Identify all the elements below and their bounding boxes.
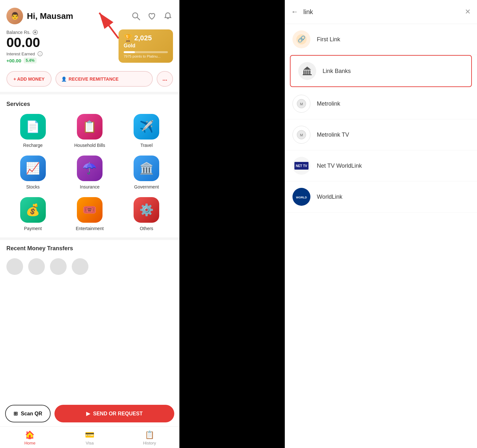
add-money-button[interactable]: + ADD MONEY <box>6 71 52 87</box>
link-item-net-tv-worldlink[interactable]: NET TV Net TV WorldLink <box>285 150 477 181</box>
service-payment[interactable]: 💰Payment <box>6 197 59 231</box>
more-button[interactable]: ... <box>157 71 173 87</box>
government-label: Government <box>134 184 159 189</box>
svg-line-3 <box>137 17 140 20</box>
bottom-actions: ⊞ Scan QR ▶ SEND OR REQUEST <box>0 401 179 426</box>
service-insurance[interactable]: ☂️Insurance <box>63 156 116 189</box>
metrolink-tv-icon: M <box>292 126 310 144</box>
insurance-label: Insurance <box>80 184 99 189</box>
worldlink-icon: WORLD <box>292 188 310 206</box>
metrolink-tv-name: Metrolink TV <box>317 132 349 138</box>
left-panel: 👨 Hi, Mausam <box>0 0 179 448</box>
svg-text:M: M <box>300 102 303 106</box>
close-button[interactable]: ✕ <box>465 8 471 16</box>
section-divider <box>0 92 179 94</box>
send-icon: ▶ <box>86 411 90 417</box>
action-buttons: + ADD MONEY 👤 RECEIVE REMITTANCE ... <box>0 68 179 92</box>
recent-avatars <box>6 258 173 275</box>
svg-text:i: i <box>40 52 40 56</box>
svg-text:NET TV: NET TV <box>296 164 307 168</box>
right-panel: ← link ✕ 🔗 First Link Link Banks M Metro… <box>285 0 477 448</box>
nav-visa-icon: 💳 <box>85 430 95 439</box>
services-grid: 📄Recharge📋Household Bills✈️Travel📈Stocks… <box>6 114 173 237</box>
interest-info-icon[interactable]: i <box>37 51 43 56</box>
notifications-icon[interactable] <box>163 11 173 21</box>
nav-item-visa[interactable]: 💳Visa <box>60 430 120 445</box>
stocks-icon: 📈 <box>20 156 46 181</box>
svg-rect-16 <box>303 74 312 75</box>
service-others[interactable]: ⚙️Others <box>120 197 173 231</box>
worldlink-name: WorldLink <box>317 194 342 200</box>
entertainment-icon: 🎟️ <box>77 197 103 223</box>
balance-eye-icon[interactable] <box>32 29 38 35</box>
svg-text:M: M <box>300 133 303 137</box>
back-button[interactable]: ← <box>291 8 298 16</box>
link-list: 🔗 First Link Link Banks M Metrolink M Me… <box>285 24 477 448</box>
link-banks-icon <box>298 62 316 80</box>
svg-point-6 <box>34 31 36 33</box>
search-icon[interactable] <box>131 11 141 21</box>
first-link-name: First Link <box>317 36 340 43</box>
nav-item-history[interactable]: 📋History <box>119 430 179 445</box>
travel-label: Travel <box>140 143 152 148</box>
receive-icon: 👤 <box>61 76 67 82</box>
service-travel[interactable]: ✈️Travel <box>120 114 173 148</box>
service-government[interactable]: 🏛️Government <box>120 156 173 189</box>
nav-item-home[interactable]: 🏠Home <box>0 430 60 445</box>
travel-icon: ✈️ <box>134 114 159 140</box>
net-tv-worldlink-icon: NET TV <box>292 157 310 175</box>
svg-marker-15 <box>303 67 311 70</box>
header-icons <box>131 11 173 21</box>
interest-label: Interest Earned <box>6 52 35 56</box>
send-or-request-button[interactable]: ▶ SEND OR REQUEST <box>54 405 174 422</box>
recent-contact-2[interactable] <box>28 258 45 275</box>
first-link-icon: 🔗 <box>292 30 310 48</box>
interest-rate-badge: 5.4% <box>24 58 36 63</box>
nav-history-icon: 📋 <box>145 430 154 439</box>
link-item-metrolink[interactable]: M Metrolink <box>285 88 477 119</box>
service-recharge[interactable]: 📄Recharge <box>6 114 59 148</box>
svg-rect-14 <box>309 70 310 74</box>
recent-transfers-section: Recent Money Transfers <box>0 240 179 277</box>
household-bills-icon: 📋 <box>77 114 103 140</box>
svg-rect-11 <box>303 70 305 74</box>
service-stocks[interactable]: 📈Stocks <box>6 156 59 189</box>
svg-rect-13 <box>307 70 308 74</box>
net-tv-worldlink-name: Net TV WorldLink <box>317 163 362 169</box>
recent-title: Recent Money Transfers <box>6 245 173 252</box>
qr-icon: ⊞ <box>13 411 18 417</box>
link-item-first-link[interactable]: 🔗 First Link <box>285 24 477 55</box>
services-title: Services <box>6 101 173 108</box>
receive-remittance-button[interactable]: 👤 RECEIVE REMITTANCE <box>55 71 153 87</box>
scan-qr-button[interactable]: ⊞ Scan QR <box>5 405 51 422</box>
service-household-bills[interactable]: 📋Household Bills <box>63 114 116 148</box>
household-bills-label: Household Bills <box>74 143 105 148</box>
payment-icon: 💰 <box>20 197 46 223</box>
panel-gap <box>179 0 285 448</box>
metrolink-name: Metrolink <box>317 100 340 107</box>
balance-label: Balance Rs. <box>6 29 113 35</box>
link-item-metrolink-tv[interactable]: M Metrolink TV <box>285 119 477 150</box>
gold-card[interactable]: 🏆 2,025 Gold 7975 points to Platinu... <box>119 29 173 63</box>
balance-amount: 00.00 <box>6 35 113 50</box>
payment-label: Payment <box>24 226 42 231</box>
right-title: link <box>303 8 460 16</box>
app-header: 👨 Hi, Mausam <box>0 0 179 29</box>
recharge-icon: 📄 <box>20 114 46 140</box>
link-banks-name: Link Banks <box>323 68 351 75</box>
right-header: ← link ✕ <box>285 0 477 24</box>
avatar[interactable]: 👨 <box>6 8 23 24</box>
favorites-icon[interactable] <box>147 11 157 21</box>
link-item-worldlink[interactable]: WORLD WorldLink <box>285 181 477 212</box>
nav-visa-label: Visa <box>86 441 94 445</box>
recent-contact-3[interactable] <box>50 258 67 275</box>
service-entertainment[interactable]: 🎟️Entertainment <box>63 197 116 231</box>
gold-tier: Gold <box>124 43 168 49</box>
recent-contact-1[interactable] <box>6 258 23 275</box>
recent-contact-4[interactable] <box>72 258 88 275</box>
government-icon: 🏛️ <box>134 156 159 181</box>
nav-history-label: History <box>143 441 156 445</box>
nav-home-label: Home <box>24 441 36 445</box>
svg-text:🔗: 🔗 <box>298 35 306 43</box>
link-item-link-banks[interactable]: Link Banks <box>290 55 472 87</box>
